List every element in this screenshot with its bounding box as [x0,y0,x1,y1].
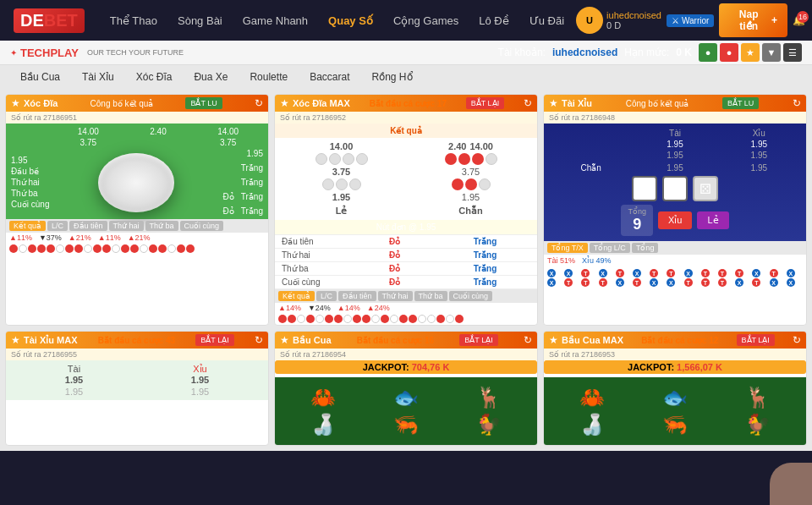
circle-r2 [458,153,470,165]
card-baucua-bet-btn[interactable]: BẮT LẠI [459,334,497,346]
card-taixiu-max-bet-btn[interactable]: BẮT LẠI [195,334,233,346]
animal-bau[interactable]: 🍶 [283,413,363,436]
txh-20: X [616,278,624,287]
taixiu-row1: 1.95 1.95 [549,140,801,149]
techplay-star-icon: ✦ [10,48,17,58]
hd2-3 [297,315,305,323]
pct-37: ▼37% [39,233,62,242]
ftab-lc-1[interactable]: L/C [47,221,68,231]
taixiu-row-chan: Chẵn 1.95 1.95 [549,163,801,173]
nav-uu-dai[interactable]: Ưu Đãi [521,11,573,30]
xocdia-max-percent-stats: ▲14% ▼24% ▲14% ▲24% [275,303,537,313]
icon-green[interactable]: ● [699,43,717,62]
icon-dark[interactable]: ☰ [783,43,802,62]
animal-max-tom[interactable]: 🦐 [635,413,715,436]
ftab-thuhai-1[interactable]: Thứ hai [109,221,144,231]
ftab3-tonglc[interactable]: Tổng L/C [590,243,630,253]
card-xocdia-bet-btn[interactable]: BẮT LU [185,97,222,109]
baucua-jackpot-bar: JACKPOT: 704,76 K [275,360,537,374]
card-taixiu-max: ★ Tài Xỉu MAX Bắt đầu cá cược 43 BẮT LẠI… [5,331,269,446]
refresh-icon-baucua[interactable]: ↻ [524,334,532,346]
hd2-6 [325,315,333,323]
icon-gray[interactable]: ▼ [762,43,781,62]
hd-13 [121,244,129,253]
tab-tai-xiu[interactable]: Tài Xỉu [72,68,124,86]
ftab2-dautien[interactable]: Đầu tiên [338,291,376,301]
ftab2-thuhai[interactable]: Thứ hai [378,291,413,301]
nav-quay-so[interactable]: Quay Số [320,11,381,30]
animal-max-cua[interactable]: 🦀 [552,386,632,409]
nav-cong-games[interactable]: Cộng Games [385,11,467,30]
txh-13: X [752,269,760,277]
animal-tom[interactable]: 🦐 [366,413,446,436]
tab-baccarat[interactable]: Baccarat [299,68,359,86]
nav-the-thao[interactable]: Thể Thao [102,11,166,30]
circle-w2 [329,153,341,165]
hd2-19 [446,315,454,323]
rr-val2-3: Trắng [440,264,530,273]
animal-max-bau[interactable]: 🍶 [552,413,632,436]
icon-red[interactable]: ● [720,43,738,62]
tab-dua-xe[interactable]: Đua Xe [184,68,238,86]
hd2-16 [418,315,426,323]
star-icon-taixiu: ★ [549,97,558,109]
txh-8: T [667,269,675,277]
ftab-cuoicung-1[interactable]: Cuối cùng [180,221,224,231]
nav-lo-de[interactable]: Lô Đề [470,11,517,30]
rr-val1-4: Đỏ [349,277,440,287]
card-taixiu-max-header-left: ★ Tài Xỉu MAX [11,334,78,346]
hd2-8 [343,315,352,323]
animal-max-huou[interactable]: 🦌 [718,386,798,409]
notification-bell[interactable]: 🔔 16 [793,14,805,26]
tab-rong-ho[interactable]: Rồng Hổ [362,68,423,86]
xiu-header: Xỉu [717,129,801,138]
refresh-icon-taixiu[interactable]: ↻ [793,97,801,109]
animal-huou[interactable]: 🦌 [449,386,529,409]
xocdia-plate [98,153,174,212]
xiu-button[interactable]: Xỉu [658,211,692,229]
card-baucua-max-bet-btn[interactable]: BẮT LẠI [737,334,775,346]
xocdia-game-area: 14.00 2.40 14.00 3.75 3.75 1.95 Đầu bề T… [6,124,268,219]
pct-21-2: ▲21% [128,233,151,242]
card-taixiu-bet-btn[interactable]: BẮT LU [722,97,759,109]
ftab2-lc[interactable]: L/C [316,291,337,301]
animal-cua[interactable]: 🦀 [283,386,363,409]
card-xocdia-max-bet-btn[interactable]: BẮT LẠI [466,97,504,109]
animal-ca[interactable]: 🐟 [366,386,446,409]
ftab-dautien-1[interactable]: Đầu tiên [69,221,107,231]
refresh-icon-taixiu-max[interactable]: ↻ [255,334,263,346]
ftab-thuba-1[interactable]: Thứ ba [145,221,178,231]
nav-game-nhanh[interactable]: Game Nhanh [234,11,316,30]
tab-roulette[interactable]: Roulette [239,68,298,86]
animal-ga[interactable]: 🐓 [449,413,529,436]
ftab2-ketqua[interactable]: Kết quả [278,291,315,301]
han-muc-label: Hạn mức: [624,47,669,58]
circle-wm2 [336,178,348,190]
refresh-icon-baucua-max[interactable]: ↻ [793,334,801,346]
nap-tien-button[interactable]: Nap tiền + [719,3,787,37]
refresh-icon-xocdia[interactable]: ↻ [255,97,263,109]
circles-mid-left [278,178,404,190]
ftab-ketqua-1[interactable]: Kết quả [9,221,46,231]
ftab2-thuba[interactable]: Thứ ba [414,291,447,301]
txh-4: X [599,269,607,277]
ftab3-tong[interactable]: Tổng [632,243,659,253]
pct-11-2: ▲11% [98,233,121,242]
ftab2-cuoicung[interactable]: Cuối cùng [449,291,493,301]
xiu-max-val2: 1.95 [139,387,261,397]
tab-bau-cua[interactable]: Bầu Cua [10,68,70,86]
animal-max-ga[interactable]: 🐓 [718,413,798,436]
le-button[interactable]: Lẻ [697,211,728,229]
xocdia-percent-stats: ▲11% ▼37% ▲21% ▲11% ▲21% [6,233,268,243]
icon-yellow[interactable]: ★ [741,43,760,62]
val-1-95-l: 1.95 [278,192,404,202]
nav-song-bai[interactable]: Sòng Bài [169,11,231,30]
hd-20 [186,244,195,253]
rr-label-4: Cuối cùng [282,277,349,287]
nav-right: U iuhedcnoised 0 D ⚔ Warrior Nap tiền + … [576,3,805,37]
ftab3-tongtx[interactable]: Tổng T/X [547,243,588,253]
tab-xoc-dia[interactable]: Xóc Đĩa [126,68,183,86]
xocdia-right-do: Đỏ Trắng [222,192,263,201]
refresh-icon-xocdia-max[interactable]: ↻ [524,97,532,109]
animal-max-ca[interactable]: 🐟 [635,386,715,409]
